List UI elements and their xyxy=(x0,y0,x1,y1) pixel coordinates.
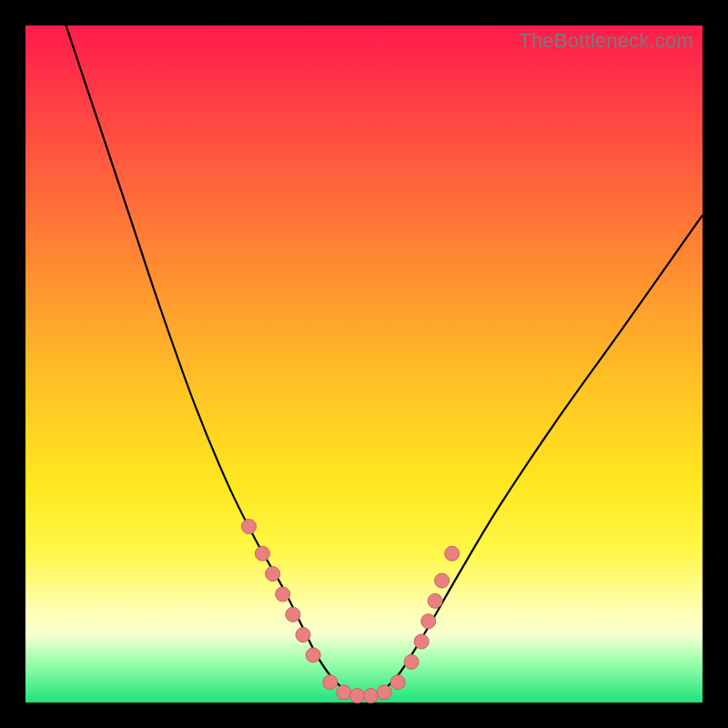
data-marker xyxy=(337,685,351,700)
data-marker xyxy=(428,593,442,608)
data-marker xyxy=(404,654,419,669)
data-marker xyxy=(390,675,405,690)
chart-svg xyxy=(25,25,703,703)
data-marker xyxy=(445,546,460,561)
marker-group xyxy=(242,520,460,703)
data-marker xyxy=(255,546,269,561)
data-marker xyxy=(286,607,300,622)
data-marker xyxy=(266,567,280,581)
data-marker xyxy=(323,675,338,690)
data-marker xyxy=(350,689,365,703)
data-marker xyxy=(377,685,391,700)
outer-frame: TheBottleneck.com xyxy=(0,0,728,728)
plot-area: TheBottleneck.com xyxy=(25,25,703,703)
data-marker xyxy=(242,520,257,534)
data-marker xyxy=(306,648,320,662)
data-marker xyxy=(276,587,290,602)
bottleneck-curve xyxy=(66,25,703,697)
data-marker xyxy=(421,614,436,629)
data-marker xyxy=(296,628,310,642)
data-marker xyxy=(363,689,378,703)
data-marker xyxy=(435,573,450,588)
data-marker xyxy=(414,634,429,649)
